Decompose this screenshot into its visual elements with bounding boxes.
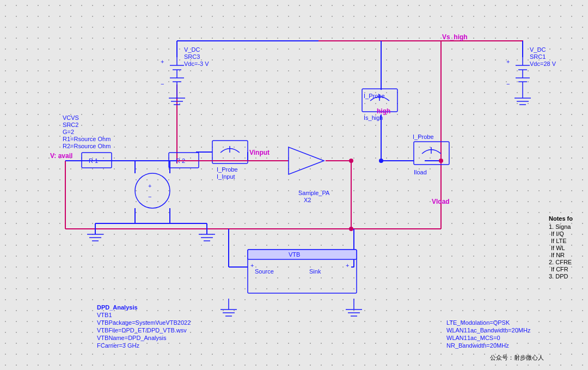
src1-instance-label: SRC1	[530, 53, 546, 60]
right-param4: NR_Bandwidth=20MHz	[446, 342, 509, 349]
sample-pa[interactable]: Sample_PA X2	[289, 147, 330, 203]
main-svg: + − V_DC SRC3 Vdc=-3 V + − V_DC SRC1 Vdc…	[0, 0, 588, 370]
notes-line1: 1. Signa	[549, 223, 571, 230]
ground-vtb-left	[220, 299, 237, 316]
svg-text:−: −	[148, 193, 151, 200]
vtb-instance: VTB1	[97, 312, 112, 318]
notes-title: Notes fo	[549, 215, 573, 222]
v-avail-label: V: avail	[50, 152, 72, 160]
svg-point-101	[439, 159, 443, 163]
ground-vtb-right	[346, 299, 362, 316]
svg-text:−: −	[161, 81, 164, 87]
svg-point-98	[349, 159, 353, 163]
vtb-source-label: Source	[255, 268, 274, 275]
iprobe-load-instance: Iload	[414, 169, 427, 175]
vs-high-label: Vs_high	[442, 33, 468, 41]
vtb-comp-name: DPD_Analysis	[97, 304, 138, 311]
right-param3: WLAN11ac_MCS=0	[446, 335, 500, 341]
src1-component[interactable]: + − V_DC SRC1 Vdc=28 V	[506, 46, 556, 87]
src1-param-label: Vdc=28 V	[530, 60, 556, 67]
notes-line8: 3. DPD	[549, 273, 568, 280]
notes-line5: If NR	[551, 252, 565, 258]
svg-rect-95	[248, 250, 357, 259]
sample-pa-instance: X2	[304, 197, 311, 203]
src2-instance-label: SRC2	[63, 122, 78, 128]
right-param1: LTE_Modulation=QPSK	[446, 319, 510, 326]
right-param2: WLAN11ac_Bandwidth=20MHz	[446, 327, 531, 333]
svg-text:−: −	[506, 81, 510, 87]
svg-point-99	[349, 227, 353, 231]
iprobe-load-type: I_Probe	[413, 134, 434, 140]
svg-text:+: +	[161, 58, 164, 65]
svg-text:+: +	[346, 262, 349, 269]
vtb-sink-label: Sink	[309, 268, 321, 275]
src3-component[interactable]: + − V_DC SRC3 Vdc=-3 V	[161, 46, 209, 87]
src2-r2-label: R2=Rsource Ohm	[63, 143, 111, 149]
svg-point-68	[135, 173, 170, 208]
notes-line2: If I/Q	[551, 231, 564, 237]
notes-line3: If LTE	[551, 238, 567, 244]
vtb-param3: VTBName=DPD_Analysis	[97, 335, 167, 341]
iprobe-input-instance: I_Input	[217, 173, 235, 180]
iprobe-input[interactable]: I_Probe I_Input	[177, 141, 248, 180]
src1-type-label: V_DC	[530, 46, 546, 53]
iprobe-high-instance: Is_high	[364, 114, 383, 121]
src2-component[interactable]: R 1 + − R 2 VCVS SRC2 G=2 R1=Rsource Ohm…	[63, 114, 207, 234]
src2-g-label: G=2	[63, 129, 74, 135]
high-label: high	[377, 107, 390, 115]
vload-label: Vload	[432, 198, 450, 205]
iprobe-input-type: I_Probe	[217, 166, 238, 173]
svg-marker-93	[289, 147, 324, 174]
iprobe-high-type: I_Probe	[364, 93, 385, 99]
bottom-params-right: LTE_Modulation=QPSK WLAN11ac_Bandwidth=2…	[446, 319, 531, 349]
watermark: 公众号：射步微心人	[490, 354, 544, 361]
sample-pa-name: Sample_PA	[298, 190, 330, 196]
svg-point-100	[379, 159, 383, 163]
schematic-canvas: + − V_DC SRC3 Vdc=-3 V + − V_DC SRC1 Vdc…	[0, 0, 588, 370]
svg-text:+: +	[250, 262, 254, 269]
iprobe-load[interactable]: I_Probe Iload	[413, 134, 449, 175]
notes-panel: Notes fo 1. Signa If I/Q If LTE If WL If…	[549, 215, 573, 280]
src3-param-label: Vdc=-3 V	[184, 60, 209, 67]
src2-type-label: VCVS	[63, 114, 79, 121]
notes-line4: If WL	[551, 245, 565, 251]
svg-text:+: +	[506, 58, 510, 65]
src2-r1-label: R1=Rsource Ohm	[63, 136, 111, 142]
vtb1-component[interactable]: VTB Source Sink + + DPD_Analysis VTB1 VT…	[97, 250, 357, 349]
vinput-label: Vinput	[249, 149, 270, 156]
notes-line6: 2. CFRE	[549, 259, 572, 265]
vtb-param2: VTBFile=DPD_ET/DPD_VTB.wsv	[97, 327, 187, 333]
svg-text:R 1: R 1	[89, 157, 98, 164]
iprobe-high[interactable]: I_Probe Is_high	[362, 89, 397, 121]
src3-type-label: V_DC	[184, 46, 200, 53]
src3-instance-label: SRC3	[184, 53, 200, 60]
svg-text:+: +	[148, 183, 151, 189]
vtb-param1: VTBPackage=SystemVueVTB2022	[97, 319, 191, 326]
ground-src1	[514, 87, 531, 105]
notes-line7: If CFR	[551, 266, 568, 272]
vtb-header: VTB	[289, 251, 300, 258]
vtb-param4: FCarrier=3 GHz	[97, 342, 139, 349]
